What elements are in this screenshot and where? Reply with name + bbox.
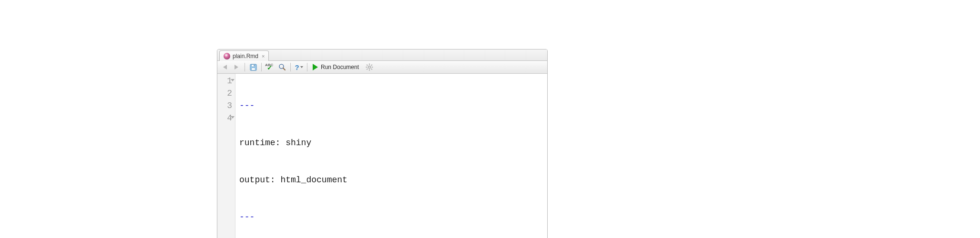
code-line: output: html_document bbox=[239, 175, 347, 185]
svg-rect-9 bbox=[369, 69, 370, 71]
svg-rect-14 bbox=[371, 64, 373, 66]
code-content[interactable]: --- runtime: shiny output: html_document… bbox=[235, 74, 347, 238]
toolbar-separator bbox=[261, 63, 262, 71]
yaml-delimiter: --- bbox=[239, 212, 255, 222]
svg-point-6 bbox=[280, 65, 282, 66]
svg-rect-12 bbox=[367, 64, 368, 66]
arrow-right-icon bbox=[235, 65, 238, 69]
svg-line-5 bbox=[283, 68, 285, 70]
chevron-down-icon bbox=[300, 66, 303, 68]
svg-rect-3 bbox=[254, 65, 255, 66]
rmd-file-icon bbox=[224, 53, 230, 60]
line-number: 1 bbox=[222, 75, 232, 87]
editor-pane: plain.Rmd × ABC ✓ bbox=[217, 49, 548, 238]
line-number: 3 bbox=[222, 99, 232, 112]
svg-rect-13 bbox=[371, 68, 373, 70]
code-line: runtime: shiny bbox=[239, 138, 311, 148]
spellcheck-button[interactable]: ABC ✓ bbox=[265, 62, 276, 72]
spellcheck-icon: ABC ✓ bbox=[265, 63, 276, 71]
save-button[interactable] bbox=[248, 62, 258, 72]
line-number: 4 bbox=[222, 112, 232, 124]
help-menu-button[interactable]: ? bbox=[294, 62, 304, 72]
toolbar-separator bbox=[290, 63, 291, 71]
nav-back-button[interactable] bbox=[220, 62, 230, 72]
fold-icon[interactable] bbox=[231, 116, 235, 119]
code-editor[interactable]: 1 2 3 4 --- runtime: shiny output: html_… bbox=[217, 74, 547, 238]
toolbar-separator bbox=[307, 63, 307, 71]
nav-forward-button[interactable] bbox=[232, 62, 241, 72]
run-document-label: Run Document bbox=[321, 64, 359, 70]
play-icon bbox=[313, 64, 318, 70]
arrow-left-icon bbox=[223, 65, 227, 69]
save-icon bbox=[250, 64, 257, 71]
fold-icon[interactable] bbox=[231, 79, 235, 81]
help-icon: ? bbox=[295, 63, 299, 71]
document-options-button[interactable] bbox=[365, 62, 374, 72]
svg-rect-2 bbox=[251, 68, 255, 70]
yaml-delimiter: --- bbox=[239, 101, 255, 110]
svg-rect-11 bbox=[372, 67, 373, 68]
close-icon[interactable]: × bbox=[262, 53, 265, 59]
gear-icon bbox=[366, 63, 373, 71]
line-number: 2 bbox=[222, 87, 232, 99]
search-icon bbox=[278, 63, 286, 71]
toolbar-separator bbox=[245, 63, 245, 71]
editor-toolbar: ABC ✓ ? Run Document bbox=[217, 61, 547, 74]
svg-rect-10 bbox=[366, 67, 368, 68]
find-button[interactable] bbox=[277, 62, 287, 72]
run-document-button[interactable]: Run Document bbox=[311, 62, 363, 72]
line-gutter: 1 2 3 4 bbox=[217, 74, 235, 238]
svg-rect-15 bbox=[367, 68, 368, 70]
svg-rect-8 bbox=[369, 64, 370, 65]
tab-filename: plain.Rmd bbox=[233, 53, 258, 60]
file-tab[interactable]: plain.Rmd × bbox=[219, 50, 269, 61]
svg-point-16 bbox=[369, 67, 370, 68]
tab-bar: plain.Rmd × bbox=[217, 50, 547, 61]
